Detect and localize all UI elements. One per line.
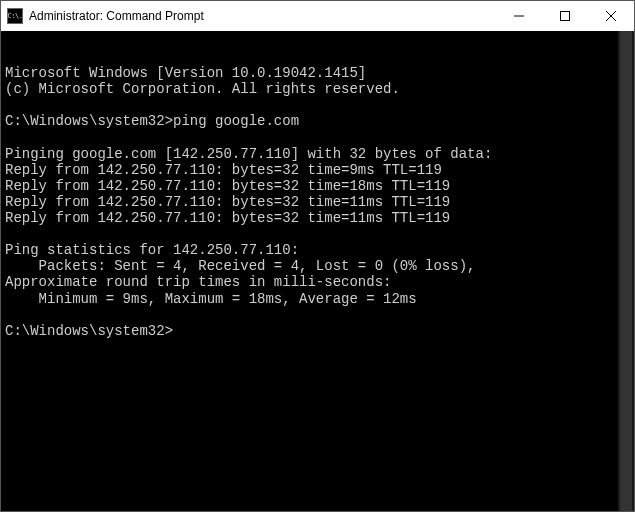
terminal-line — [5, 226, 630, 242]
terminal-line: Packets: Sent = 4, Received = 4, Lost = … — [5, 258, 630, 274]
close-button[interactable] — [588, 1, 634, 31]
terminal-line: C:\Windows\system32>ping google.com — [5, 113, 630, 129]
window-title: Administrator: Command Prompt — [29, 9, 496, 23]
terminal-line: Pinging google.com [142.250.77.110] with… — [5, 146, 630, 162]
terminal-line: C:\Windows\system32> — [5, 323, 630, 339]
scrollbar[interactable] — [618, 31, 634, 511]
terminal-output[interactable]: Microsoft Windows [Version 10.0.19042.14… — [1, 31, 634, 511]
terminal-line: Reply from 142.250.77.110: bytes=32 time… — [5, 210, 630, 226]
terminal-line: Reply from 142.250.77.110: bytes=32 time… — [5, 178, 630, 194]
terminal-line: (c) Microsoft Corporation. All rights re… — [5, 81, 630, 97]
scrollbar-thumb[interactable] — [620, 31, 632, 511]
terminal-line — [5, 130, 630, 146]
terminal-line: Ping statistics for 142.250.77.110: — [5, 242, 630, 258]
close-icon — [606, 11, 616, 21]
terminal-content: Microsoft Windows [Version 10.0.19042.14… — [5, 65, 630, 339]
titlebar[interactable]: C:\. Administrator: Command Prompt — [1, 1, 634, 31]
terminal-line — [5, 307, 630, 323]
app-icon: C:\. — [7, 8, 23, 24]
terminal-line: Minimum = 9ms, Maximum = 18ms, Average =… — [5, 291, 630, 307]
terminal-line: Reply from 142.250.77.110: bytes=32 time… — [5, 194, 630, 210]
terminal-line: Approximate round trip times in milli-se… — [5, 274, 630, 290]
app-icon-text: C:\. — [8, 13, 23, 20]
maximize-button[interactable] — [542, 1, 588, 31]
maximize-icon — [560, 11, 570, 21]
terminal-line: Microsoft Windows [Version 10.0.19042.14… — [5, 65, 630, 81]
terminal-line: Reply from 142.250.77.110: bytes=32 time… — [5, 162, 630, 178]
window-controls — [496, 1, 634, 31]
svg-rect-1 — [561, 12, 570, 21]
terminal-line — [5, 97, 630, 113]
command-prompt-window: C:\. Administrator: Command Prompt Micro… — [0, 0, 635, 512]
minimize-button[interactable] — [496, 1, 542, 31]
minimize-icon — [514, 11, 524, 21]
